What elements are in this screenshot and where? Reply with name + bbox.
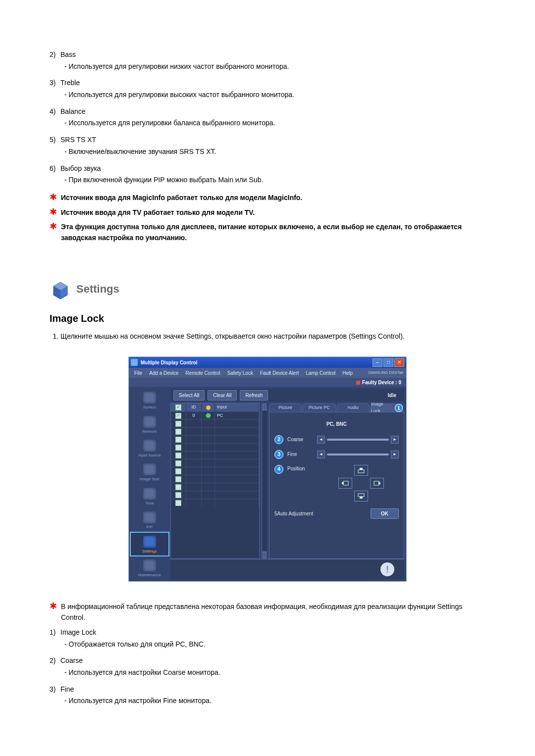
- checkbox-icon[interactable]: [175, 404, 181, 410]
- menu-bar: FileAdd a DeviceRemote ControlSafety Loc…: [129, 368, 406, 378]
- slider-right-icon[interactable]: ►: [391, 436, 399, 444]
- tab-picture-pc[interactable]: Picture PC: [303, 403, 335, 412]
- menu-item[interactable]: Fault Device Alert: [258, 369, 301, 377]
- tab-label: Picture: [278, 404, 292, 411]
- sidebar-item-network[interactable]: Network: [131, 413, 168, 436]
- row-checkbox[interactable]: [175, 484, 181, 490]
- cell-input: [215, 444, 259, 451]
- row-checkbox[interactable]: [175, 492, 181, 498]
- table-scrollbar[interactable]: [262, 403, 267, 559]
- menu-item[interactable]: Remote Control: [183, 369, 223, 377]
- select-all-button[interactable]: Select All: [173, 390, 205, 401]
- sidebar-icon: [143, 392, 156, 403]
- star-icon: ✱: [50, 193, 57, 202]
- table-toolbar: Select All Clear All Refresh Idle: [170, 389, 404, 402]
- sidebar-item-maintenance[interactable]: Maintenance: [131, 556, 168, 579]
- list-item: 2)Bass- Используется для регулировки низ…: [50, 50, 485, 72]
- fine-slider[interactable]: ◄ ►: [317, 451, 399, 458]
- row-checkbox[interactable]: [175, 468, 181, 474]
- minimize-button[interactable]: –: [373, 358, 382, 367]
- sidebar-item-time[interactable]: Time: [131, 485, 168, 507]
- pos-down-button[interactable]: [354, 491, 368, 502]
- sidebar-item-pip[interactable]: PIP: [131, 508, 168, 531]
- table-row[interactable]: 0PC: [171, 411, 259, 419]
- col-status: [202, 403, 215, 411]
- item-label: Fine: [60, 684, 74, 695]
- coarse-slider[interactable]: ◄ ►: [317, 436, 399, 444]
- table-row[interactable]: [171, 443, 259, 451]
- row-checkbox[interactable]: [175, 421, 181, 427]
- tab-image-lock[interactable]: Image Lock1: [371, 403, 403, 412]
- position-pad[interactable]: [338, 465, 384, 502]
- table-row[interactable]: [171, 419, 259, 427]
- sidebar-icon: [143, 559, 156, 571]
- note-row: ✱Эта функция доступна только для дисплее…: [50, 222, 485, 243]
- row-checkbox[interactable]: [175, 453, 181, 458]
- note-text: Эта функция доступна только для дисплеев…: [61, 222, 485, 243]
- table-row[interactable]: [171, 467, 259, 475]
- svg-rect-4: [360, 468, 363, 470]
- menu-item[interactable]: Help: [340, 369, 355, 377]
- row-checkbox[interactable]: [175, 429, 181, 435]
- close-button[interactable]: ✕: [394, 358, 404, 367]
- sidebar: SystemNetworkInput SourceImage SizeTimeP…: [131, 389, 168, 579]
- table-row[interactable]: [171, 459, 259, 467]
- list-item: 2)Coarse- Используется для настройки Coa…: [50, 655, 485, 678]
- tab-picture[interactable]: Picture: [269, 403, 302, 412]
- table-row[interactable]: [171, 475, 259, 483]
- pos-left-button[interactable]: [338, 478, 352, 489]
- item-number: 2): [50, 50, 60, 60]
- menu-item[interactable]: Lamp Control: [303, 369, 338, 377]
- tab-audio[interactable]: Audio: [337, 403, 370, 412]
- item-number: 2): [50, 655, 60, 666]
- scroll-down-icon[interactable]: [263, 552, 267, 558]
- sidebar-icon: [143, 536, 156, 548]
- table-row[interactable]: [171, 491, 259, 499]
- table-row[interactable]: [171, 427, 259, 435]
- note-row: ✱Источник ввода для MagicInfo работает т…: [50, 193, 485, 203]
- refresh-button[interactable]: Refresh: [240, 390, 268, 401]
- col-id: ID: [186, 403, 202, 411]
- titlebar: Multiple Display Control – □ ✕: [129, 357, 406, 368]
- sidebar-icon: [143, 511, 156, 523]
- sidebar-item-system[interactable]: System: [131, 389, 168, 411]
- table-row[interactable]: [171, 451, 259, 459]
- slider-left-icon[interactable]: ◄: [317, 451, 325, 458]
- menu-item[interactable]: File: [132, 369, 145, 377]
- sidebar-item-settings[interactable]: Settings: [131, 533, 168, 555]
- slider-right-icon[interactable]: ►: [391, 451, 399, 458]
- sidebar-label: Input Source: [138, 453, 160, 458]
- sidebar-icon: [143, 416, 156, 428]
- menu-item[interactable]: Safety Lock: [225, 369, 256, 377]
- pos-up-button[interactable]: [354, 465, 368, 476]
- row-checkbox[interactable]: [175, 445, 181, 451]
- table-row[interactable]: [171, 499, 259, 506]
- item-desc: - Исспользуется для регулировки баланса …: [64, 118, 485, 129]
- slider-left-icon[interactable]: ◄: [317, 436, 325, 444]
- col-check: [171, 403, 186, 411]
- warning-icon: !: [380, 562, 394, 576]
- sidebar-icon: [143, 463, 156, 475]
- clear-all-button[interactable]: Clear All: [208, 390, 237, 401]
- ok-button[interactable]: OK: [371, 508, 399, 519]
- row-checkbox[interactable]: [175, 437, 181, 443]
- menu-item[interactable]: Add a Device: [147, 369, 181, 377]
- table-row[interactable]: [171, 435, 259, 443]
- item-label: Coarse: [60, 655, 83, 666]
- cell-id: 0: [186, 412, 202, 419]
- pos-right-button[interactable]: [370, 478, 384, 489]
- note-text: Источник ввода для MagicInfo работает то…: [61, 193, 302, 203]
- row-checkbox[interactable]: [175, 476, 181, 482]
- sidebar-item-input-source[interactable]: Input Source: [131, 437, 168, 459]
- sidebar-label: Time: [145, 501, 154, 506]
- row-checkbox[interactable]: [175, 413, 181, 419]
- col-input: Input: [215, 403, 259, 411]
- scroll-up-icon[interactable]: [263, 403, 267, 410]
- cell-input: [215, 491, 259, 499]
- table-row[interactable]: [171, 483, 259, 491]
- cell-id: [186, 475, 202, 483]
- sidebar-item-image-size[interactable]: Image Size: [131, 460, 168, 483]
- row-checkbox[interactable]: [175, 460, 181, 466]
- maximize-button[interactable]: □: [383, 358, 393, 367]
- row-checkbox[interactable]: [175, 500, 181, 506]
